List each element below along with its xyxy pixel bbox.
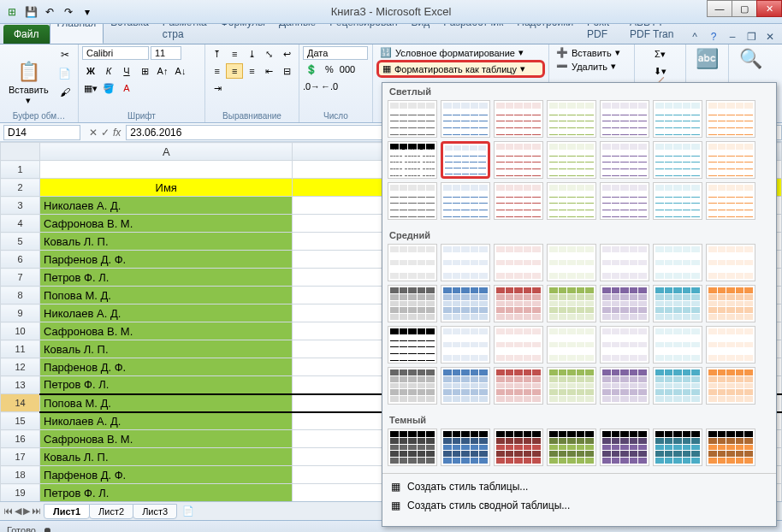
new-pivot-style-button[interactable]: ▦ Создать стиль сводной таблицы... [382, 496, 776, 515]
table-style-swatch[interactable] [600, 367, 649, 405]
column-header[interactable]: A [40, 143, 293, 161]
sheet-tab[interactable]: Лист3 [133, 504, 177, 519]
align-bottom-button[interactable]: ⤓ [244, 46, 260, 62]
bold-button[interactable]: Ж [82, 63, 99, 79]
maximize-button[interactable]: ▢ [732, 0, 757, 17]
copy-icon[interactable]: 📄 [56, 65, 74, 82]
table-style-swatch[interactable] [388, 141, 437, 179]
cell[interactable]: Николаев А. Д. [40, 412, 293, 430]
decrease-indent-button[interactable]: ⇤ [261, 63, 277, 79]
sort-filter-button[interactable]: 🔤 [690, 46, 725, 74]
row-header[interactable]: 1 [1, 161, 40, 179]
table-style-swatch[interactable] [441, 326, 490, 364]
row-header[interactable]: 6 [1, 251, 40, 269]
prev-sheet-icon[interactable]: ◀ [15, 505, 21, 517]
table-style-swatch[interactable] [494, 285, 543, 322]
font-color-button[interactable]: A [118, 80, 135, 96]
cut-icon[interactable]: ✂ [56, 46, 74, 63]
fx-icon[interactable]: fx [113, 127, 121, 139]
borders-button[interactable]: ⊞ [136, 63, 153, 79]
table-style-swatch[interactable] [494, 429, 543, 466]
table-style-swatch[interactable] [706, 326, 755, 364]
table-style-swatch[interactable] [706, 100, 755, 138]
row-header[interactable]: 7 [1, 269, 40, 287]
minimize-button[interactable]: — [707, 0, 732, 17]
qat-dropdown-icon[interactable]: ▾ [79, 3, 96, 21]
table-style-swatch[interactable] [388, 429, 437, 466]
table-style-swatch[interactable] [653, 244, 702, 281]
paste-button[interactable]: 📋 Вставить ▾ [3, 46, 54, 121]
table-style-swatch[interactable] [706, 182, 755, 220]
fill-color-button[interactable]: 🪣 [100, 80, 117, 96]
merge-button[interactable]: ⊟ [279, 63, 295, 79]
cell[interactable]: Николаев А. Д. [40, 197, 293, 215]
cell[interactable]: Сафронова В. М. [40, 322, 293, 340]
font-name-select[interactable] [82, 46, 149, 60]
table-style-swatch[interactable] [388, 244, 437, 281]
table-style-swatch[interactable] [706, 141, 755, 179]
table-style-swatch[interactable] [600, 326, 649, 364]
save-icon[interactable]: 💾 [22, 3, 39, 21]
row-header[interactable]: 11 [1, 340, 40, 358]
table-style-swatch[interactable] [600, 244, 649, 281]
conditional-formatting-button[interactable]: 🔢 Условное форматирование ▾ [376, 46, 545, 59]
cell[interactable]: Парфенов Д. Ф. [40, 251, 293, 269]
cell[interactable]: Сафронова В. М. [40, 215, 293, 233]
row-header[interactable]: 10 [1, 322, 40, 340]
cell[interactable]: Коваль Л. П. [40, 233, 293, 251]
row-header[interactable]: 12 [1, 358, 40, 376]
redo-icon[interactable]: ↷ [60, 3, 77, 21]
table-style-swatch[interactable] [388, 182, 437, 220]
table-style-swatch[interactable] [706, 429, 755, 466]
table-style-swatch[interactable] [494, 326, 543, 364]
table-style-swatch[interactable] [388, 367, 437, 405]
table-style-swatch[interactable] [441, 100, 490, 138]
cell[interactable]: Парфенов Д. Ф. [40, 466, 293, 484]
row-header[interactable]: 18 [1, 466, 40, 484]
row-header[interactable]: 4 [1, 215, 40, 233]
table-style-swatch[interactable] [653, 326, 702, 364]
cell[interactable]: Петров Ф. Л. [40, 269, 293, 287]
italic-button[interactable]: К [100, 63, 117, 79]
mdi-close-icon[interactable]: ✕ [763, 30, 777, 44]
row-header[interactable]: 15 [1, 412, 40, 430]
table-style-swatch[interactable] [706, 244, 755, 281]
align-middle-button[interactable]: ≡ [226, 46, 242, 62]
table-style-swatch[interactable] [494, 100, 543, 138]
table-style-swatch[interactable] [547, 141, 596, 179]
sheet-tab[interactable]: Лист2 [89, 504, 133, 519]
minimize-ribbon-icon[interactable]: ^ [688, 30, 702, 44]
table-style-swatch[interactable] [600, 285, 649, 322]
close-button[interactable]: ✕ [756, 0, 782, 17]
row-header[interactable]: 3 [1, 197, 40, 215]
table-style-swatch[interactable] [441, 244, 490, 281]
table-style-swatch[interactable] [494, 367, 543, 405]
cell[interactable]: Николаев А. Д. [40, 304, 293, 322]
comma-button[interactable]: 000 [339, 62, 356, 77]
header-cell[interactable]: Имя [40, 179, 293, 197]
cell[interactable]: Коваль Л. П. [40, 340, 293, 358]
increase-indent-button[interactable]: ⇥ [209, 80, 226, 96]
table-style-swatch[interactable] [441, 429, 490, 466]
currency-button[interactable]: 💲 [303, 62, 320, 77]
table-style-swatch[interactable] [388, 100, 437, 138]
delete-cells-button[interactable]: ➖Удалить▾ [553, 60, 631, 73]
table-style-swatch[interactable] [441, 285, 490, 322]
cell[interactable]: Петров Ф. Л. [40, 376, 293, 394]
table-style-swatch[interactable] [653, 367, 702, 405]
mdi-minimize-icon[interactable]: – [726, 30, 739, 44]
align-top-button[interactable]: ⤒ [209, 46, 225, 62]
align-right-button[interactable]: ≡ [244, 63, 260, 79]
table-style-swatch[interactable] [653, 182, 702, 220]
table-style-swatch[interactable] [547, 326, 596, 364]
table-style-swatch[interactable] [600, 100, 649, 138]
decrease-font-button[interactable]: A↓ [172, 63, 189, 79]
new-sheet-icon[interactable]: 📄 [177, 505, 199, 517]
help-icon[interactable]: ? [707, 30, 720, 44]
table-style-swatch[interactable] [547, 244, 596, 281]
sheet-tab[interactable]: Лист1 [44, 504, 90, 519]
table-style-swatch[interactable] [494, 182, 543, 220]
table-style-swatch[interactable] [547, 182, 596, 220]
increase-decimal-button[interactable]: .0→ [303, 79, 320, 94]
row-header[interactable]: 2 [1, 179, 40, 197]
